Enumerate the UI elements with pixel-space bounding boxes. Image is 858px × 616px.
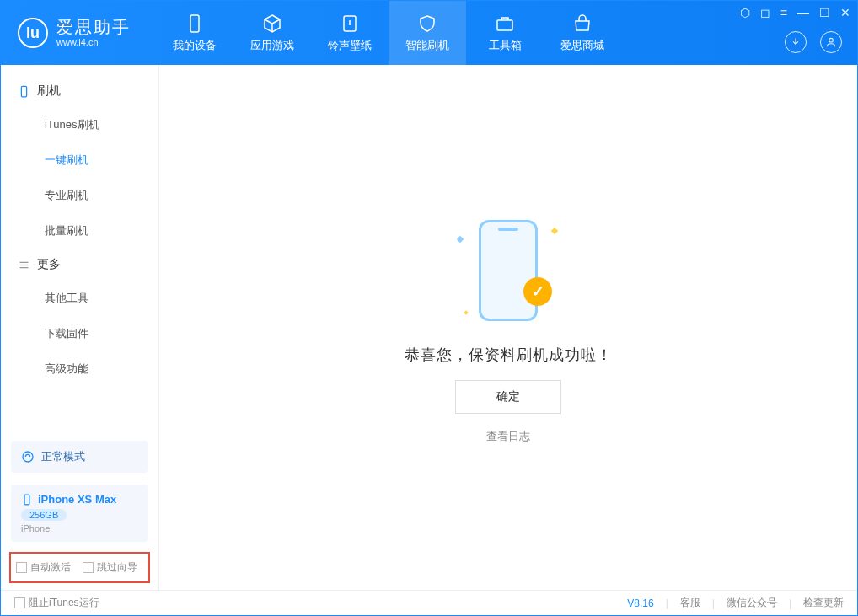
sync-icon	[21, 450, 35, 463]
main-content: ✓ 恭喜您，保资料刷机成功啦！ 确定 查看日志	[159, 65, 857, 590]
sidebar-item-onekey-flash[interactable]: 一键刷机	[1, 142, 158, 178]
phone-icon	[18, 85, 30, 98]
sidebar-group-flash: 刷机	[1, 75, 158, 107]
tab-label: 智能刷机	[405, 38, 449, 53]
view-log-link[interactable]: 查看日志	[486, 429, 530, 444]
tab-my-device[interactable]: 我的设备	[156, 1, 233, 65]
app-subtitle: www.i4.cn	[56, 37, 131, 48]
sidebar-item-pro-flash[interactable]: 专业刷机	[1, 178, 158, 213]
check-update-link[interactable]: 检查更新	[803, 596, 844, 610]
phone-small-icon	[21, 494, 33, 506]
tab-label: 铃声壁纸	[328, 38, 372, 53]
sidebar-item-download-firmware[interactable]: 下载固件	[1, 316, 158, 351]
success-message: 恭喜您，保资料刷机成功啦！	[405, 345, 613, 365]
mode-label: 正常模式	[41, 449, 85, 464]
main-tabs: 我的设备 应用游戏 铃声壁纸 智能刷机 工具箱 爱思商城	[156, 1, 621, 65]
sparkle-icon	[457, 235, 464, 242]
device-icon	[184, 13, 206, 35]
app-logo: iu 爱思助手 www.i4.cn	[1, 17, 147, 48]
device-card[interactable]: iPhone XS Max 256GB iPhone	[11, 485, 148, 542]
list-icon	[18, 259, 30, 271]
close-button[interactable]: ✕	[840, 6, 850, 19]
tab-label: 应用游戏	[250, 38, 294, 53]
support-link[interactable]: 客服	[680, 596, 700, 610]
checkbox-icon	[16, 562, 27, 573]
check-badge-icon: ✓	[523, 277, 552, 306]
svg-rect-4	[21, 86, 26, 97]
tab-label: 工具箱	[489, 38, 522, 53]
window-controls: ⬡ ◻ ≡ — ☐ ✕	[740, 6, 850, 19]
phone-illustration-icon	[479, 220, 538, 321]
device-name: iPhone XS Max	[21, 493, 138, 506]
svg-point-8	[23, 452, 33, 462]
tab-smart-flash[interactable]: 智能刷机	[389, 1, 466, 65]
tab-label: 爱思商城	[560, 38, 604, 53]
mode-badge[interactable]: 正常模式	[11, 441, 148, 473]
music-icon	[339, 13, 361, 35]
ok-button[interactable]: 确定	[455, 380, 561, 414]
svg-rect-9	[24, 495, 29, 505]
sparkle-icon	[464, 310, 469, 315]
svg-rect-0	[190, 15, 199, 32]
svg-point-3	[829, 38, 834, 42]
minimize-button[interactable]: —	[797, 6, 809, 19]
checkbox-auto-activate[interactable]: 自动激活	[16, 560, 71, 575]
checkbox-skip-guide[interactable]: 跳过向导	[83, 560, 137, 575]
tab-store[interactable]: 爱思商城	[544, 1, 621, 65]
user-button[interactable]	[820, 31, 842, 53]
status-bar: 阻止iTunes运行 V8.16 | 客服 | 微信公众号 | 检查更新	[1, 590, 857, 615]
sidebar-item-other-tools[interactable]: 其他工具	[1, 281, 158, 316]
checkbox-icon	[14, 597, 25, 608]
cube-icon	[261, 13, 283, 35]
sidebar: 刷机 iTunes刷机 一键刷机 专业刷机 批量刷机 更多 其他工具 下载固件 …	[1, 65, 159, 590]
success-illustration: ✓	[449, 212, 567, 329]
tab-ringtone-wallpaper[interactable]: 铃声壁纸	[311, 1, 389, 65]
sidebar-item-batch-flash[interactable]: 批量刷机	[1, 213, 158, 249]
sidebar-group-more: 更多	[1, 249, 158, 281]
wechat-link[interactable]: 微信公众号	[727, 596, 777, 610]
checkbox-block-itunes[interactable]: 阻止iTunes运行	[14, 596, 99, 610]
header-actions	[785, 31, 842, 53]
device-type: iPhone	[21, 523, 138, 533]
feedback-icon[interactable]: ◻	[760, 6, 770, 19]
version-label: V8.16	[627, 597, 653, 609]
highlighted-checkbox-row: 自动激活 跳过向导	[9, 552, 150, 583]
toolbox-icon	[494, 13, 516, 35]
sidebar-item-itunes-flash[interactable]: iTunes刷机	[1, 107, 158, 142]
tab-apps-games[interactable]: 应用游戏	[233, 1, 311, 65]
svg-rect-2	[497, 20, 512, 30]
tab-toolbox[interactable]: 工具箱	[466, 1, 544, 65]
app-body: 刷机 iTunes刷机 一键刷机 专业刷机 批量刷机 更多 其他工具 下载固件 …	[1, 65, 857, 590]
shirt-icon[interactable]: ⬡	[740, 6, 750, 19]
tab-label: 我的设备	[173, 38, 217, 53]
device-capacity: 256GB	[21, 509, 67, 521]
app-title: 爱思助手	[56, 17, 131, 37]
sidebar-item-advanced[interactable]: 高级功能	[1, 351, 158, 387]
store-icon	[571, 13, 593, 35]
download-button[interactable]	[785, 31, 807, 53]
menu-icon[interactable]: ≡	[780, 6, 787, 19]
maximize-button[interactable]: ☐	[819, 6, 830, 19]
sparkle-icon	[551, 227, 558, 233]
app-header: iu 爱思助手 www.i4.cn 我的设备 应用游戏 铃声壁纸 智能刷机 工具…	[1, 1, 857, 65]
checkbox-icon	[83, 562, 94, 573]
logo-icon: iu	[18, 18, 48, 48]
shield-refresh-icon	[416, 13, 438, 35]
